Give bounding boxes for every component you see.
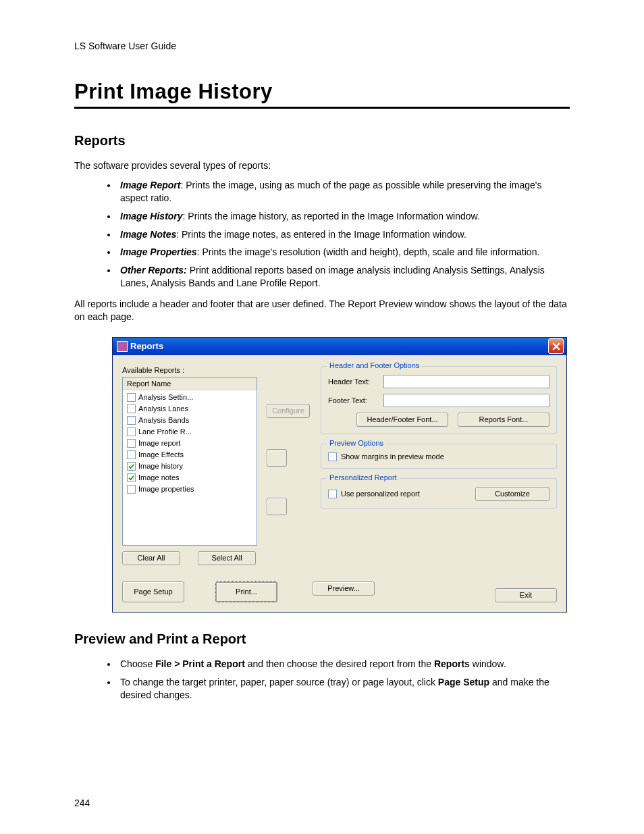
- doc-header: LS Software User Guide: [74, 41, 570, 51]
- clear-all-button[interactable]: Clear All: [122, 551, 180, 565]
- header-text-label: Header Text:: [328, 377, 378, 386]
- list-item: Other Reports: Print additional reports …: [117, 264, 570, 290]
- list-item[interactable]: Image report: [123, 438, 257, 449]
- app-icon: [117, 341, 128, 352]
- list-item: Choose File > Print a Report and then ch…: [117, 658, 570, 671]
- list-column-header: Report Name: [123, 377, 257, 390]
- list-item[interactable]: Image Effects: [123, 449, 257, 461]
- page-setup-button[interactable]: Page Setup: [122, 581, 184, 602]
- footer-text-label: Footer Text:: [328, 396, 378, 405]
- select-all-button[interactable]: Select All: [198, 551, 256, 565]
- list-item: Image History: Prints the image history,…: [117, 210, 570, 223]
- available-reports-label: Available Reports :: [122, 366, 257, 374]
- footer-text-input[interactable]: [383, 394, 549, 407]
- checkbox-icon[interactable]: [127, 450, 136, 459]
- list-item: To change the target printer, paper, pap…: [117, 676, 570, 702]
- close-button[interactable]: [548, 338, 564, 354]
- dialog-title: Reports: [130, 341, 163, 351]
- reports-listbox[interactable]: Report Name Analysis Settin... Analysis …: [122, 377, 257, 546]
- checkbox-icon[interactable]: [127, 462, 136, 471]
- preview-options-group: Preview Options Show margins in preview …: [321, 444, 557, 469]
- show-margins-checkbox[interactable]: [328, 452, 337, 461]
- move-up-button[interactable]: [267, 449, 287, 467]
- list-item[interactable]: Image properties: [123, 484, 257, 495]
- section-preview-heading: Preview and Print a Report: [74, 631, 570, 647]
- checkbox-icon[interactable]: [127, 405, 136, 413]
- list-item[interactable]: Image notes: [123, 472, 257, 484]
- list-item[interactable]: Lane Profile R...: [123, 426, 257, 438]
- list-item: Image Properties: Prints the image's res…: [117, 246, 570, 259]
- list-item[interactable]: Analysis Bands: [123, 415, 257, 426]
- checkbox-icon[interactable]: [127, 485, 136, 494]
- list-item[interactable]: Image history: [123, 461, 257, 472]
- page-number: 244: [74, 798, 90, 808]
- list-item[interactable]: Analysis Lanes: [123, 403, 257, 415]
- configure-button: Configure: [267, 404, 310, 418]
- page-title: Print Image History: [74, 80, 570, 104]
- group-title: Preview Options: [327, 439, 386, 447]
- header-footer-font-button[interactable]: Header/Footer Font...: [356, 413, 448, 427]
- print-button[interactable]: Print...: [215, 581, 277, 602]
- move-down-button[interactable]: [267, 498, 287, 515]
- checkbox-icon[interactable]: [127, 427, 136, 436]
- checkbox-icon[interactable]: [127, 416, 136, 425]
- customize-button[interactable]: Customize: [475, 487, 549, 501]
- use-personalized-label: Use personalized report: [341, 490, 420, 498]
- reports-font-button[interactable]: Reports Font...: [458, 413, 549, 427]
- footer-paragraph: All reports include a header and footer …: [74, 298, 570, 323]
- section-reports-heading: Reports: [74, 133, 570, 149]
- intro-paragraph: The software provides several types of r…: [74, 159, 570, 172]
- group-title: Header and Footer Options: [327, 361, 422, 369]
- title-rule: [74, 107, 570, 109]
- checkbox-icon[interactable]: [127, 393, 136, 402]
- reports-dialog: Reports Available Reports : Report Name …: [112, 337, 567, 613]
- report-types-list: Image Report: Prints the image, using as…: [74, 179, 570, 290]
- preview-steps-list: Choose File > Print a Report and then ch…: [74, 658, 570, 702]
- list-item[interactable]: Analysis Settin...: [123, 392, 257, 403]
- exit-button[interactable]: Exit: [495, 588, 557, 602]
- header-text-input[interactable]: [383, 375, 549, 388]
- personalized-report-group: Personalized Report Use personalized rep…: [321, 478, 557, 509]
- group-title: Personalized Report: [327, 473, 400, 481]
- list-item: Image Report: Prints the image, using as…: [117, 179, 570, 205]
- close-icon: [552, 342, 560, 350]
- show-margins-label: Show margins in preview mode: [341, 452, 444, 461]
- checkbox-icon[interactable]: [127, 439, 136, 448]
- list-item: Image Notes: Prints the image notes, as …: [117, 228, 570, 241]
- titlebar: Reports: [113, 338, 566, 355]
- use-personalized-checkbox[interactable]: [328, 490, 337, 498]
- header-footer-group: Header and Footer Options Header Text: F…: [321, 366, 557, 434]
- checkbox-icon[interactable]: [127, 473, 136, 482]
- preview-button[interactable]: Preview...: [313, 581, 375, 596]
